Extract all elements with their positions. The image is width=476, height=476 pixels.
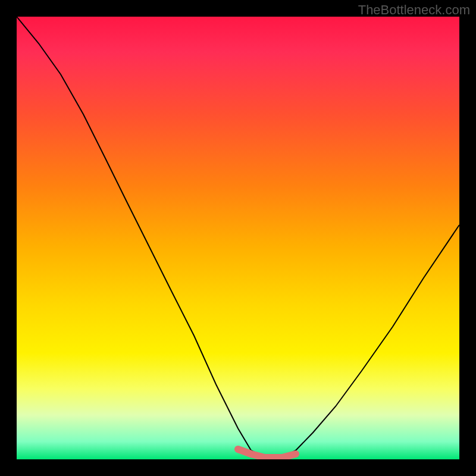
watermark-text: TheBottleneck.com (358, 2, 470, 18)
chart-curves-svg (17, 17, 459, 459)
main-curve-path (17, 17, 459, 458)
bottom-bar-path (238, 449, 296, 458)
chart-plot-area (17, 17, 459, 459)
